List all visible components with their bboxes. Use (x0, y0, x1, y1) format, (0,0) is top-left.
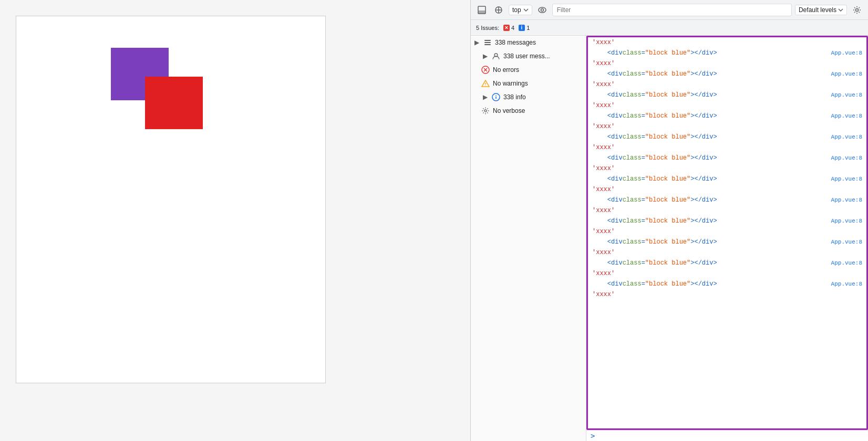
code-string: 'xxxx' (592, 38, 615, 47)
issues-label: 5 Issues: (476, 25, 499, 31)
code-line: <div class="block blue"></div>App.vue:8 (588, 279, 866, 289)
settings-icon-btn[interactable] (492, 3, 505, 17)
code-tag-open: <div (607, 216, 623, 226)
code-attr-name: class (623, 258, 642, 268)
error-circle-icon (481, 66, 490, 74)
code-attr-name: class (623, 111, 642, 121)
code-string: 'xxxx' (592, 206, 615, 215)
chevron-down-icon (523, 8, 529, 12)
code-line: 'xxxx' (588, 184, 866, 195)
code-line: 'xxxx' (588, 37, 866, 48)
code-source[interactable]: App.vue:8 (826, 132, 862, 142)
default-levels-label: Default levels (799, 6, 836, 14)
code-source[interactable]: App.vue:8 (826, 195, 862, 205)
code-source[interactable]: App.vue:8 (826, 258, 862, 268)
code-string: 'xxxx' (592, 164, 615, 173)
gear-settings-button[interactable] (850, 3, 864, 17)
verbose-gear-icon (481, 107, 490, 115)
code-tag-close: ></div> (690, 279, 717, 289)
code-tag-open: <div (607, 132, 623, 142)
code-string: 'xxxx' (592, 122, 615, 131)
code-string: 'xxxx' (592, 185, 615, 194)
code-attr-value: "block blue" (645, 90, 690, 100)
eye-icon-btn[interactable] (535, 3, 549, 17)
sidebar-item-verbose[interactable]: No verbose (471, 104, 586, 118)
code-line: <div class="block blue"></div>App.vue:8 (588, 69, 866, 79)
code-tag-open: <div (607, 69, 623, 79)
code-line: <div class="block blue"></div>App.vue:8 (588, 195, 866, 205)
code-source[interactable]: App.vue:8 (826, 111, 862, 121)
devtools-panel: top Default levels 5 Issue (470, 0, 868, 441)
errors-label: No errors (493, 66, 519, 74)
code-source[interactable]: App.vue:8 (826, 279, 862, 289)
code-attr-value: "block blue" (645, 279, 690, 289)
context-selector[interactable]: top (509, 5, 532, 15)
code-source[interactable]: App.vue:8 (826, 216, 862, 226)
code-line: 'xxxx' (588, 58, 866, 69)
svg-point-6 (541, 8, 543, 11)
code-source[interactable]: App.vue:8 (826, 48, 862, 58)
warnings-label: No warnings (493, 80, 528, 87)
info-arrow-icon: ▶ (481, 93, 489, 101)
code-source[interactable]: App.vue:8 (826, 237, 862, 247)
code-source[interactable]: App.vue:8 (826, 174, 862, 184)
code-line: 'xxxx' (588, 247, 866, 258)
code-string: 'xxxx' (592, 143, 615, 152)
code-tag-close: ></div> (690, 237, 717, 247)
code-line: <div class="block blue"></div>App.vue:8 (588, 237, 866, 247)
info-badge[interactable]: i 1 (519, 25, 530, 31)
svg-text:✕: ✕ (504, 25, 509, 30)
code-tag-close: ></div> (690, 174, 717, 184)
code-string: 'xxxx' (592, 80, 615, 89)
code-line: 'xxxx' (588, 226, 866, 237)
info-label: 338 info (503, 93, 526, 101)
code-line: 'xxxx' (588, 100, 866, 111)
dock-button[interactable] (475, 3, 489, 17)
sidebar-item-messages[interactable]: ▶ 338 messages (471, 36, 586, 49)
code-line: <div class="block blue"></div>App.vue:8 (588, 174, 866, 184)
code-panel-outer: 'xxxx' <div class="block blue"></div>App… (586, 36, 868, 441)
red-block (145, 77, 203, 129)
messages-list-icon (483, 38, 492, 47)
sidebar-item-errors[interactable]: No errors (471, 63, 586, 77)
code-line: 'xxxx' (588, 121, 866, 132)
devtools-toolbar: top Default levels (471, 0, 868, 20)
info-count: 1 (526, 25, 530, 31)
code-attr-value: "block blue" (645, 216, 690, 226)
code-tag-close: ></div> (690, 258, 717, 268)
error-badge[interactable]: ✕ 4 (503, 25, 514, 31)
code-attr-value: "block blue" (645, 258, 690, 268)
sidebar-item-info[interactable]: ▶ 338 info (471, 90, 586, 104)
code-attr-value: "block blue" (645, 195, 690, 205)
user-icon (492, 52, 500, 60)
code-attr-value: "block blue" (645, 237, 690, 247)
default-levels-button[interactable]: Default levels (795, 5, 847, 15)
code-source[interactable]: App.vue:8 (826, 69, 862, 79)
code-source[interactable]: App.vue:8 (826, 153, 862, 163)
code-tag-open: <div (607, 258, 623, 268)
default-levels-chevron-icon (838, 8, 843, 12)
code-source[interactable]: App.vue:8 (826, 90, 862, 100)
code-tag-close: ></div> (690, 90, 717, 100)
code-tag-open: <div (607, 195, 623, 205)
svg-point-17 (485, 85, 485, 86)
code-string: 'xxxx' (592, 101, 615, 110)
code-tag-close: ></div> (690, 216, 717, 226)
code-tag-close: ></div> (690, 195, 717, 205)
filter-input[interactable] (552, 4, 792, 16)
code-attr-name: class (623, 90, 642, 100)
code-attr-name: class (623, 69, 642, 79)
code-tag-open: <div (607, 90, 623, 100)
error-count: 4 (511, 25, 514, 31)
code-panel[interactable]: 'xxxx' <div class="block blue"></div>App… (586, 36, 868, 430)
code-tag-open: <div (607, 174, 623, 184)
sidebar-item-user-messages[interactable]: ▶ 338 user mess... (471, 49, 586, 63)
code-attr-name: class (623, 195, 642, 205)
svg-point-21 (484, 110, 487, 112)
svg-point-7 (856, 8, 859, 11)
sidebar-item-warnings[interactable]: No warnings (471, 77, 586, 90)
code-string: 'xxxx' (592, 248, 615, 257)
code-tag-open: <div (607, 153, 623, 163)
preview-canvas (16, 16, 326, 383)
code-attr-name: class (623, 237, 642, 247)
